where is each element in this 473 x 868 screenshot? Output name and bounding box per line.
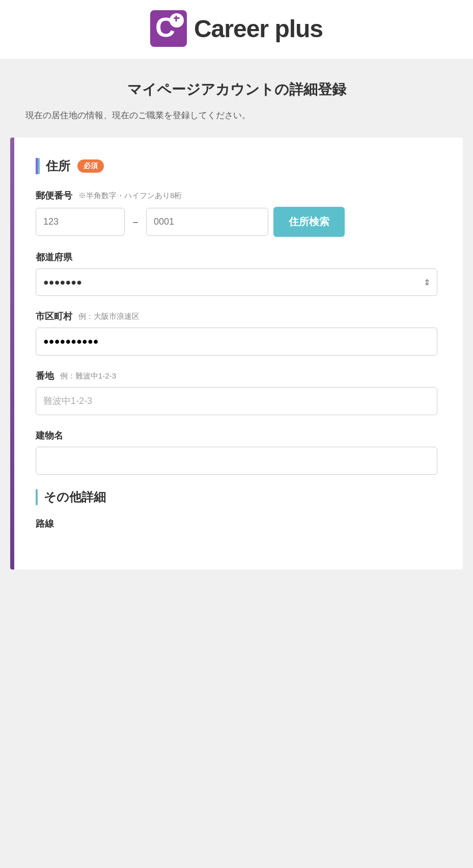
postal-input-first[interactable] [36, 208, 125, 236]
career-plus-logo-icon: C [150, 10, 187, 47]
other-section-header: その他詳細 [36, 489, 437, 505]
postal-code-field: 郵便番号 ※半角数字・ハイフンあり8桁 － 住所検索 [36, 189, 437, 237]
route-field: 路線 [36, 518, 437, 530]
city-label-row: 市区町村 例：大阪市浪速区 [36, 310, 437, 322]
postal-separator: － [130, 214, 141, 230]
page-description-area: マイページアカウントの詳細登録 現在の居住地の情報、現在のご職業を登録してくださ… [0, 60, 473, 138]
header: C Career plus [0, 0, 473, 60]
postal-code-row: － 住所検索 [36, 207, 437, 237]
building-label: 建物名 [36, 429, 63, 442]
address-section-title: 住所 [46, 158, 70, 174]
city-input[interactable] [36, 328, 437, 356]
postal-input-second[interactable] [146, 208, 268, 236]
logo-container: C Career plus [0, 10, 473, 47]
left-accent-bar [10, 138, 14, 569]
address-search-button[interactable]: 住所検索 [273, 207, 345, 237]
address-number-label: 番地 [36, 370, 54, 382]
address-number-hint: 例：難波中1-2-3 [60, 371, 116, 381]
route-label: 路線 [36, 519, 54, 529]
page-title: マイページアカウントの詳細登録 [25, 80, 448, 99]
prefecture-label-row: 都道府県 [36, 251, 437, 263]
address-number-label-row: 番地 例：難波中1-2-3 [36, 370, 437, 382]
city-label: 市区町村 [36, 310, 72, 322]
other-section-title: その他詳細 [44, 489, 106, 505]
address-number-input[interactable] [36, 387, 437, 415]
logo-text: Career plus [194, 15, 323, 43]
city-hint: 例：大阪市浪速区 [78, 312, 140, 321]
building-name-field: 建物名 [36, 429, 437, 475]
postal-code-hint: ※半角数字・ハイフンあり8桁 [78, 191, 182, 201]
address-number-field: 番地 例：難波中1-2-3 [36, 370, 437, 415]
building-label-row: 建物名 [36, 429, 437, 442]
prefecture-select-container: ●●●●●●● 北海道 青森県 東京都 大阪府 ⇕ [36, 268, 437, 296]
postal-code-label: 郵便番号 [36, 189, 72, 202]
form-card: 住所 必須 郵便番号 ※半角数字・ハイフンあり8桁 － 住所検索 都道府県 ●●… [10, 138, 463, 569]
prefecture-field: 都道府県 ●●●●●●● 北海道 青森県 東京都 大阪府 ⇕ [36, 251, 437, 296]
building-input[interactable] [36, 447, 437, 475]
postal-label-row: 郵便番号 ※半角数字・ハイフンあり8桁 [36, 189, 437, 202]
address-section-header: 住所 必須 [36, 158, 437, 174]
prefecture-select[interactable]: ●●●●●●● 北海道 青森県 東京都 大阪府 [36, 268, 437, 296]
required-badge: 必須 [77, 159, 104, 173]
prefecture-label: 都道府県 [36, 251, 72, 263]
page-subtitle: 現在の居住地の情報、現在のご職業を登録してください。 [25, 108, 448, 122]
city-field: 市区町村 例：大阪市浪速区 [36, 310, 437, 356]
svg-rect-4 [175, 16, 177, 22]
